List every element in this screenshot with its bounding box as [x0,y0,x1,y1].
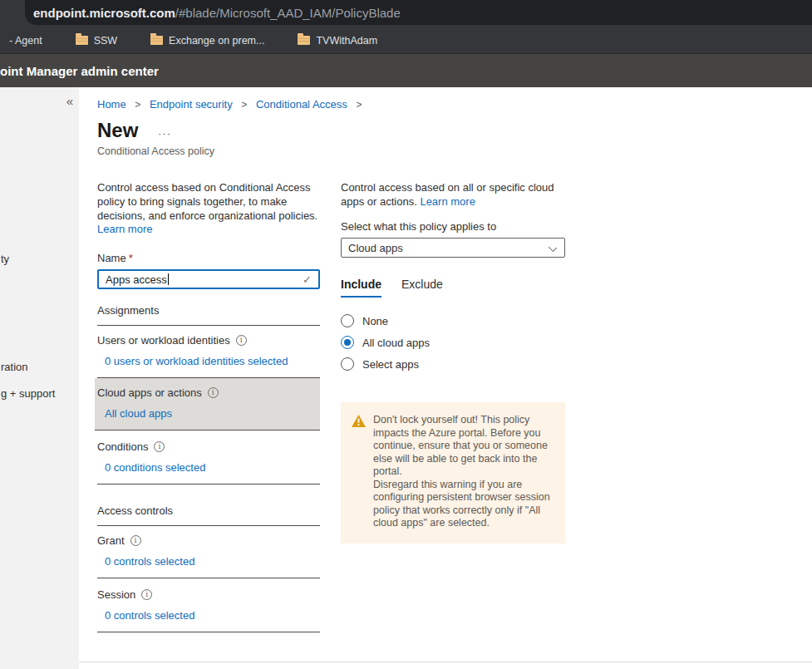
url-domain: endpoint.microsoft.com [33,6,175,20]
breadcrumb-conditional-access[interactable]: Conditional Access [256,98,347,111]
chevron-right-icon: > [241,99,247,111]
policy-form-column: Control access based on Conditional Acce… [97,180,320,632]
cloud-apps-selected-link[interactable]: All cloud apps [105,407,320,420]
bookmark-agent[interactable]: - Agent [4,32,47,49]
url-bar[interactable]: endpoint.microsoft.com/#blade/Microsoft_… [25,0,812,25]
info-icon[interactable]: i [130,535,141,546]
radio-label: All cloud apps [362,337,430,349]
info-icon[interactable]: i [154,441,165,452]
include-radio-group: None All cloud apps Select apps [341,312,565,372]
grant-selected-link[interactable]: 0 controls selected [105,555,320,568]
required-marker: * [129,252,133,264]
radio-label: None [362,315,388,327]
grant-section: Grant i 0 controls selected [97,526,320,578]
radio-select-apps[interactable]: Select apps [341,356,565,372]
dropdown-value: Cloud apps [348,242,403,254]
browser-toolbar: endpoint.microsoft.com/#blade/Microsoft_… [0,0,812,27]
lockout-warning: Don't lock yourself out! This policy imp… [341,402,565,544]
policy-sections: Assignments Users or workload identities… [97,304,320,632]
breadcrumb: Home > Endpoint security > Conditional A… [97,98,367,111]
session-section: Session i 0 controls selected [97,578,320,632]
page-subtitle: Conditional Access policy [97,145,214,157]
learn-more-link[interactable]: Learn more [420,195,475,208]
bookmarks-bar: - Agent SSW Exchange on prem... TVWithAd… [0,27,812,53]
chevron-right-icon: > [135,99,140,111]
assignments-header: Assignments [97,304,320,326]
users-section-title: Users or workload identities [97,334,230,347]
session-selected-link[interactable]: 0 controls selected [105,609,320,622]
name-label: Name [97,252,126,264]
radio-all-cloud-apps[interactable]: All cloud apps [341,334,565,351]
access-controls-header: Access controls [97,485,320,526]
page-title: New [97,119,138,142]
sidebar-item-troubleshooting-support[interactable]: g + support [1,387,55,400]
learn-more-link[interactable]: Learn more [97,223,320,235]
info-icon[interactable]: i [208,387,219,398]
name-input[interactable]: Apps access ✓ [97,269,320,289]
radio-selected-icon [341,336,354,349]
bookmark-folder-tvwithadam[interactable]: TVWithAdam [293,32,382,49]
chevron-right-icon: > [356,99,362,111]
info-icon[interactable]: i [236,335,247,346]
bookmark-label: - Agent [9,35,42,47]
cloud-apps-description: Control access based on all or specific … [341,180,565,209]
collapse-sidebar-icon[interactable]: « [66,94,73,108]
tab-include[interactable]: Include [341,278,381,298]
policy-applies-label: Select what this policy applies to [341,220,565,233]
footer-divider [79,662,812,662]
conditions-section: Conditions i 0 conditions selected [97,430,320,485]
bookmark-label: TVWithAdam [316,35,377,47]
cloud-apps-section[interactable]: Cloud apps or actions i All cloud apps [95,378,320,430]
radio-icon [341,314,354,327]
bookmark-label: SSW [94,35,117,47]
grant-section-title: Grant [97,534,125,547]
policy-description: Control access based on Conditional Acce… [97,180,320,223]
breadcrumb-endpoint-security[interactable]: Endpoint security [150,98,233,111]
radio-icon [341,357,354,371]
more-options-icon[interactable]: ··· [158,127,171,140]
tab-exclude[interactable]: Exclude [401,278,443,298]
sidebar-item-tenant-administration[interactable]: ration [1,361,28,373]
users-section: Users or workload identities i 0 users o… [97,326,320,378]
policy-applies-dropdown[interactable]: Cloud apps [341,238,565,258]
main-content: Home > Endpoint security > Conditional A… [79,87,812,669]
breadcrumb-home[interactable]: Home [97,98,126,111]
sidebar: « ty ration g + support [0,87,79,669]
name-input-value: Apps access [106,273,167,286]
name-field-group: Name* Apps access ✓ [97,252,320,289]
bookmark-folder-ssw[interactable]: SSW [71,32,122,49]
sidebar-item-endpoint-security[interactable]: ty [1,253,9,265]
conditions-selected-link[interactable]: 0 conditions selected [105,461,320,474]
warning-text: Don't lock yourself out! This policy imp… [373,414,555,530]
chevron-down-icon [549,244,556,251]
bookmark-label: Exchange on prem... [169,35,264,47]
cloud-apps-blade: Control access based on all or specific … [341,180,565,544]
folder-icon [76,36,88,45]
radio-none[interactable]: None [341,312,565,329]
text-caret [168,273,169,285]
warning-line-1: Don't lock yourself out! This policy imp… [373,414,548,477]
users-selected-link[interactable]: 0 users or workload identities selected [105,355,320,367]
url-path: /#blade/Microsoft_AAD_IAM/PolicyBlade [175,6,401,20]
warning-icon [352,415,366,530]
include-exclude-tabs: Include Exclude [341,278,565,298]
conditions-section-title: Conditions [97,440,148,453]
check-icon: ✓ [303,273,312,286]
folder-icon [298,36,310,45]
app-header: oint Manager admin center [0,53,812,87]
cloud-apps-section-title: Cloud apps or actions [97,386,202,399]
bookmark-folder-exchange[interactable]: Exchange on prem... [145,32,269,49]
session-section-title: Session [97,588,135,601]
app-title: oint Manager admin center [0,64,159,78]
radio-label: Select apps [362,358,419,371]
info-icon[interactable]: i [141,589,152,600]
warning-line-2: Disregard this warning if you are config… [373,479,555,530]
folder-icon [150,36,163,45]
